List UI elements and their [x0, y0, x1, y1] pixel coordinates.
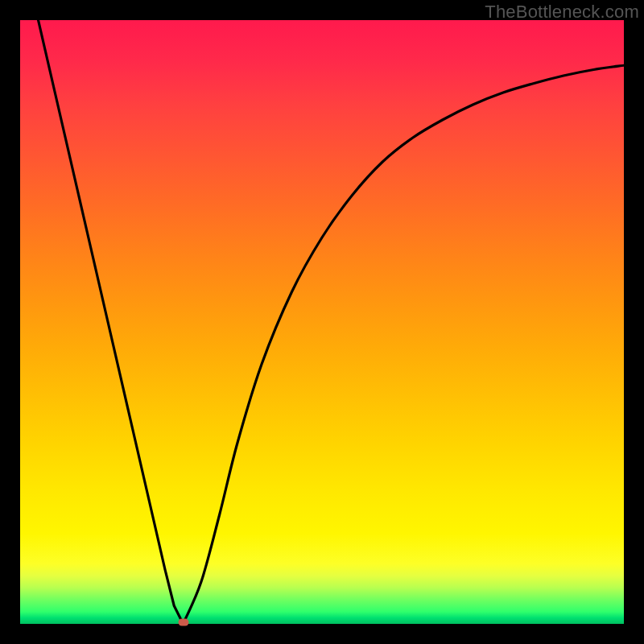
bottleneck-curve: [39, 20, 625, 624]
min-marker: [178, 618, 188, 625]
curve-svg: [20, 20, 624, 624]
chart-container: TheBottleneck.com: [0, 0, 644, 644]
plot-area: [20, 20, 624, 624]
